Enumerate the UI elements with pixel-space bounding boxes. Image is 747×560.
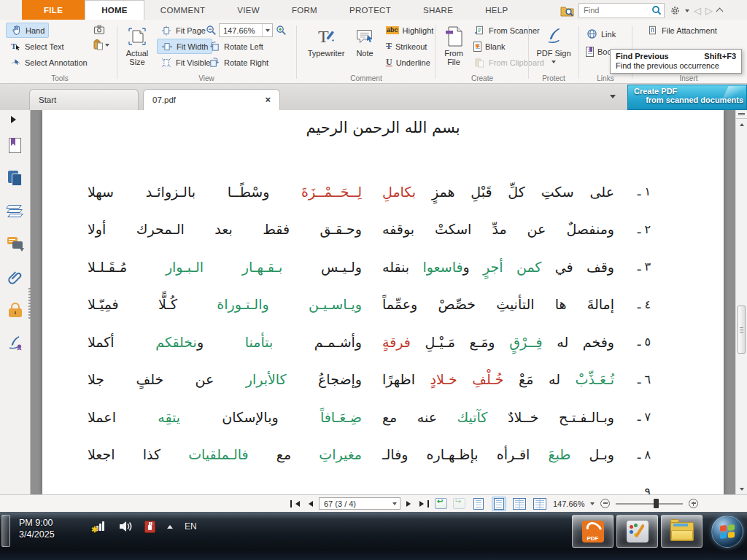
first-page-icon [293, 501, 300, 507]
find-input[interactable] [584, 6, 651, 15]
show-hidden-icons-button[interactable] [167, 522, 173, 529]
first-page-button[interactable] [290, 500, 300, 508]
next-view-button[interactable] [453, 498, 465, 509]
search-icon[interactable] [651, 5, 662, 15]
zoom-in-button[interactable] [689, 499, 698, 508]
fit-width-button[interactable]: Fit Width [157, 39, 212, 54]
tab-help[interactable]: HELP [469, 0, 524, 20]
page-combo-caret-icon [392, 502, 397, 508]
file-attachment-button[interactable]: File Attachment [643, 23, 721, 38]
speaker-icon[interactable] [118, 520, 133, 533]
group-protect: PDF Sign Protect [530, 20, 577, 83]
snapshot-camera-icon[interactable] [93, 23, 105, 35]
basmala-heading: بسم الله الرحمن الرحيم [42, 119, 724, 136]
tab-document[interactable]: 07.pdf × [143, 89, 280, 110]
zoom-slider-thumb[interactable] [654, 499, 659, 508]
tab-home[interactable]: HOME [85, 0, 144, 20]
paperclip-icon [7, 269, 23, 285]
previous-page-button[interactable] [306, 501, 313, 507]
security-panel-button[interactable] [0, 293, 30, 326]
underline-button[interactable]: U Underline [382, 55, 434, 70]
tab-file[interactable]: FILE [22, 0, 85, 20]
show-desktop-button[interactable] [1, 515, 10, 547]
expand-panel-button[interactable] [0, 110, 30, 129]
from-clipboard-icon [473, 57, 485, 69]
find-options-caret-icon[interactable] [685, 9, 689, 15]
rotate-right-button[interactable]: Rotate Right [205, 55, 272, 70]
single-page-view-button[interactable] [471, 497, 486, 511]
document-viewport[interactable]: بسم الله الرحمن الرحيم ١ ـعلى سكتِ كلِّ … [31, 110, 735, 494]
comments-panel-button[interactable] [0, 228, 30, 260]
zoom-slider[interactable] [616, 503, 683, 505]
clipboard-button[interactable] [92, 39, 109, 50]
power-plug-icon[interactable] [144, 521, 155, 533]
from-file-button[interactable]: From File [439, 23, 468, 66]
scrollbar-thumb[interactable] [738, 306, 746, 354]
search-folder-icon[interactable] [560, 4, 574, 17]
find-next-icon[interactable]: ▷ [705, 5, 713, 16]
scroll-down-button[interactable] [736, 484, 747, 494]
hand-tool-button[interactable]: Hand [6, 23, 49, 38]
zoom-in-icon[interactable] [275, 25, 287, 36]
pdf-sign-button[interactable]: PDF Sign [535, 23, 572, 67]
verse-right-hemistich: وبـالـفـتـح خــلادٌ كآتيك عنه مع [382, 409, 614, 425]
create-pdf-banner[interactable]: Create PDF from scanned documents [627, 85, 747, 110]
language-indicator[interactable]: EN [185, 521, 197, 532]
next-page-button[interactable] [406, 501, 414, 507]
zoom-out-icon[interactable] [205, 25, 217, 36]
last-page-button[interactable] [419, 500, 429, 508]
select-text-button[interactable]: T Select Text [6, 39, 68, 54]
tab-start[interactable]: Start [29, 89, 139, 110]
bookmark-icon [586, 47, 594, 57]
taskbar-clock[interactable]: PM 9:00 3/4/2025 [19, 517, 55, 540]
underline-label: Underline [396, 58, 430, 67]
bookmarks-panel-button[interactable] [0, 129, 30, 162]
typewriter-button[interactable]: T Typewriter [305, 23, 347, 58]
fit-page-button[interactable]: Fit Page [157, 23, 209, 38]
zoom-out-button[interactable] [600, 499, 610, 508]
blank-button[interactable]: Blank [470, 39, 509, 54]
continuous-view-button[interactable] [492, 497, 506, 511]
previous-view-button[interactable] [435, 498, 447, 509]
facing-view-button[interactable] [512, 497, 527, 511]
attachments-panel-button[interactable] [0, 260, 30, 293]
select-annotation-button[interactable]: Select Annotation [6, 55, 91, 70]
tab-protect[interactable]: PROTECT [333, 0, 407, 20]
find-settings-gear-icon[interactable] [669, 4, 681, 16]
tab-share[interactable]: SHARE [407, 0, 469, 20]
continuous-facing-view-button[interactable] [533, 497, 547, 511]
poem-line: ٣ ـوقف في كمن أجرٍ وفاسعوا بنقلهولـيـس ب… [88, 248, 651, 286]
taskbar-paint-button[interactable] [616, 515, 658, 548]
tab-view[interactable]: VIEW [221, 0, 276, 20]
rotate-left-icon [209, 41, 220, 52]
note-button[interactable]: Note [350, 23, 379, 58]
scrollbar-split-handle[interactable] [736, 110, 747, 119]
tab-list-dropdown[interactable] [601, 88, 624, 106]
poem-line: ٨ ـوبـل طبعَ اقـرأه بإظـهـاره وفالـمغيرا… [88, 436, 651, 474]
find-previous-icon[interactable]: ◁ [694, 5, 701, 16]
zoom-presets-caret-icon[interactable] [590, 502, 595, 508]
tab-comment[interactable]: COMMENT [144, 0, 222, 20]
strikeout-label: Strikeout [395, 42, 427, 51]
network-icon[interactable]: ✱ [93, 521, 107, 532]
start-button[interactable] [711, 516, 743, 548]
page-number-combo[interactable]: 67 (3 / 4) [319, 497, 400, 510]
group-separator [435, 26, 436, 79]
taskbar-explorer-button[interactable] [661, 515, 703, 548]
rotate-left-button[interactable]: Rotate Left [205, 39, 267, 54]
layers-panel-button[interactable] [0, 195, 30, 228]
collapse-ribbon-icon[interactable] [716, 8, 724, 15]
tab-form[interactable]: FORM [276, 0, 333, 20]
digital-signatures-panel-button[interactable] [0, 326, 30, 359]
link-button[interactable]: Link [582, 26, 619, 42]
scroll-up-button[interactable] [736, 119, 747, 129]
strikeout-button[interactable]: T Strikeout [382, 39, 430, 54]
zoom-level-combo[interactable]: 147.66% [219, 23, 273, 37]
tab-close-icon[interactable]: × [265, 96, 271, 104]
actual-size-button[interactable]: Actual Size [119, 23, 155, 66]
from-file-icon [439, 24, 468, 49]
foxit-pdf-icon [582, 521, 604, 542]
taskbar-foxit-button[interactable] [572, 515, 614, 548]
pages-panel-button[interactable] [0, 162, 30, 195]
highlight-button[interactable]: abc Highlight [382, 23, 437, 38]
